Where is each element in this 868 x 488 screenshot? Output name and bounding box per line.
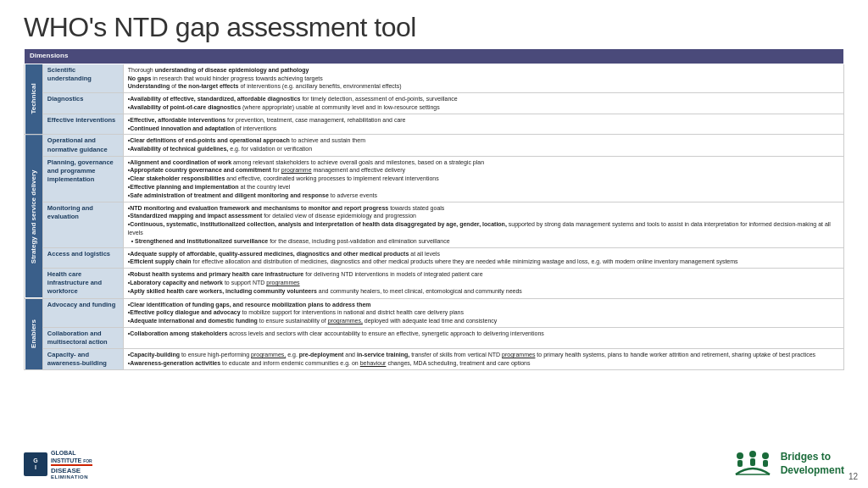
subcategory-cell: Planning, governance and programme imple… — [42, 156, 123, 202]
description-cell: Thorough understanding of disease epidem… — [123, 64, 843, 92]
svg-rect-5 — [763, 460, 768, 467]
subcategory-cell: Capacity- and awareness-building — [42, 349, 123, 370]
svg-point-2 — [749, 451, 756, 458]
description-cell: •Clear identification of funding gaps, a… — [123, 298, 843, 327]
title-area: WHO's NTD gap assessment tool — [0, 0, 868, 48]
category-cell: Enablers — [25, 298, 43, 370]
bridges-icon — [732, 447, 774, 481]
dimension-header: Dimensions — [25, 49, 844, 64]
slide: WHO's NTD gap assessment tool Dimensions… — [0, 0, 868, 488]
subcategory-cell: Scientific understanding — [42, 64, 123, 92]
description-cell: •Capacity-building to ensure high-perfor… — [123, 349, 843, 370]
page-number: 12 — [849, 472, 858, 481]
description-cell: •Clear definitions of end-points and ope… — [123, 135, 843, 156]
main-content: Dimensions TechnicalScientific understan… — [0, 48, 868, 370]
description-cell: •Alignment and coordination of work amon… — [123, 156, 843, 202]
subcategory-cell: Operational and normative guidance — [42, 135, 123, 156]
svg-rect-1 — [737, 460, 743, 467]
logo-disease: DISEASE — [51, 464, 92, 474]
category-cell: Strategy and service delivery — [25, 135, 43, 298]
category-cell: Technical — [25, 64, 43, 135]
slide-title: WHO's NTD gap assessment tool — [24, 12, 844, 43]
svg-point-4 — [762, 452, 769, 459]
svg-rect-3 — [750, 458, 755, 466]
assessment-table: Dimensions TechnicalScientific understan… — [24, 48, 844, 370]
subcategory-cell: Monitoring and evaluation — [42, 202, 123, 247]
subcategory-cell: Effective interventions — [42, 114, 123, 135]
description-cell: •Collaboration among stakeholders across… — [123, 327, 843, 348]
logo-global: GLOBALINSTITUTE FOR — [51, 449, 92, 464]
description-cell: •Availability of effective, standardized… — [123, 93, 843, 114]
svg-point-0 — [737, 452, 743, 459]
bridges-text: Bridges toDevelopment — [781, 451, 844, 477]
subcategory-cell: Advocacy and funding — [42, 298, 123, 327]
description-cell: •Adequate supply of affordable, quality-… — [123, 247, 843, 269]
subcategory-cell: Diagnostics — [42, 93, 123, 114]
logo-right: Bridges toDevelopment — [732, 447, 844, 481]
subcategory-cell: Access and logistics — [42, 247, 123, 269]
subcategory-cell: Health care infrastructure and workforce — [42, 269, 123, 298]
description-cell: •Effective, affordable interventions for… — [123, 114, 843, 135]
description-cell: •Robust health systems and primary healt… — [123, 269, 843, 298]
logo-left: GI GLOBALINSTITUTE FOR DISEASE ELIMINATI… — [24, 449, 92, 480]
logo-elimination: ELIMINATION — [51, 474, 92, 480]
description-cell: •NTD monitoring and evaluation framework… — [123, 202, 843, 247]
footer: GI GLOBALINSTITUTE FOR DISEASE ELIMINATI… — [0, 447, 868, 481]
subcategory-cell: Collaboration and multisectoral action — [42, 327, 123, 348]
